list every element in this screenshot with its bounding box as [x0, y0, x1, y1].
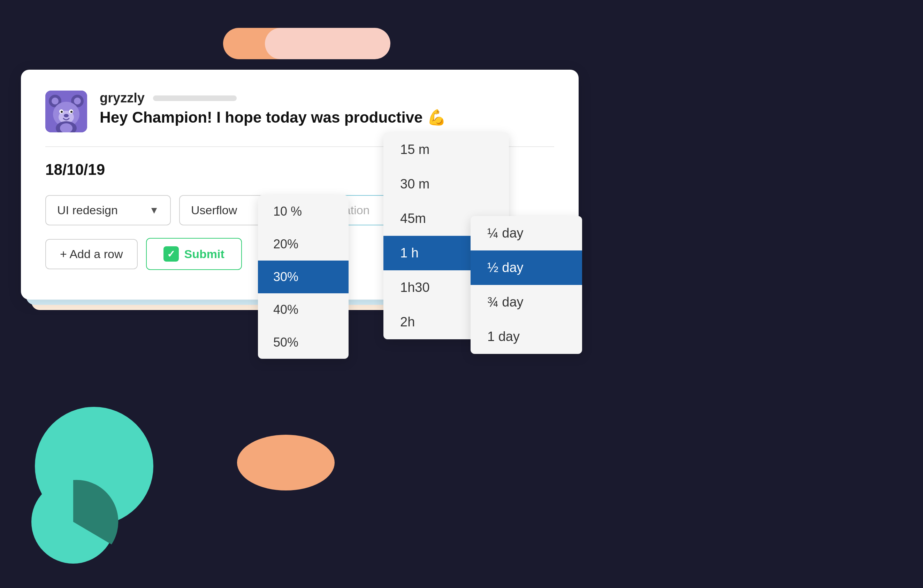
duration-option-15m[interactable]: 15 m	[383, 133, 509, 167]
pie-chart	[28, 477, 118, 567]
submit-check-icon: ✓	[163, 246, 179, 262]
percent-option-50[interactable]: 50%	[258, 326, 348, 359]
project-dropdown[interactable]: UI redesign ▼	[45, 195, 171, 225]
day-option-half[interactable]: ½ day	[471, 251, 582, 285]
percent-option-30[interactable]: 30%	[258, 260, 348, 293]
percent-option-40[interactable]: 40%	[258, 293, 348, 326]
percent-dropdown-panel: 10 % 20% 30% 40% 50%	[258, 195, 348, 359]
day-option-full[interactable]: 1 day	[471, 319, 582, 354]
svg-point-10	[71, 111, 72, 113]
date-text: 18/10/19	[45, 161, 105, 178]
task-dropdown-label: Userflow	[191, 203, 237, 217]
percent-option-20[interactable]: 20%	[258, 228, 348, 260]
svg-point-11	[64, 114, 69, 117]
svg-point-3	[52, 98, 59, 105]
app-name-row: gryzzly	[100, 90, 554, 106]
day-option-quarter[interactable]: ¼ day	[471, 216, 582, 251]
avatar	[45, 90, 87, 133]
day-dropdown-panel: ¼ day ½ day ¾ day 1 day	[471, 216, 582, 354]
header-text: gryzzly Hey Champion! I hope today was p…	[100, 90, 554, 126]
add-row-button[interactable]: + Add a row	[45, 239, 138, 269]
name-underline	[153, 95, 236, 101]
orange-blob-shape	[237, 435, 335, 490]
add-row-label: + Add a row	[60, 247, 123, 261]
project-dropdown-chevron: ▼	[149, 205, 159, 216]
svg-point-9	[61, 111, 63, 113]
app-name: gryzzly	[100, 90, 145, 106]
greeting-text: Hey Champion! I hope today was productiv…	[100, 108, 554, 126]
day-option-three-quarter[interactable]: ¾ day	[471, 285, 582, 319]
submit-label: Submit	[184, 247, 225, 261]
percent-option-10[interactable]: 10 %	[258, 195, 348, 228]
card-header: gryzzly Hey Champion! I hope today was p…	[45, 90, 554, 133]
submit-button[interactable]: ✓ Submit	[146, 238, 242, 270]
duration-option-30m[interactable]: 30 m	[383, 167, 509, 201]
project-dropdown-label: UI redesign	[57, 203, 118, 217]
peach-pill-shape	[265, 28, 390, 59]
svg-point-4	[74, 98, 81, 105]
